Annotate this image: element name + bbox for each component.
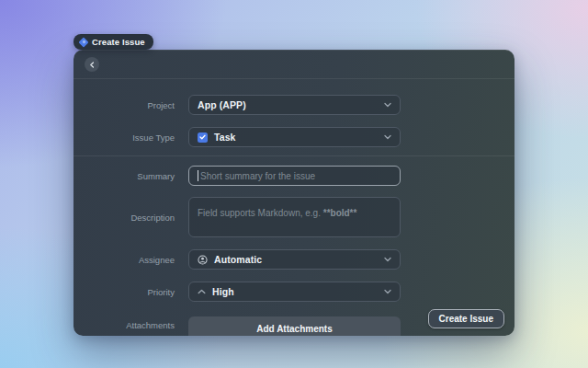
chevron-down-icon [384,134,391,140]
text-caret [198,170,198,181]
description-row: Description Field supports Markdown, e.g… [74,197,514,237]
chevron-down-icon [384,102,391,108]
summary-row: Summary Short summary for the issue [74,166,514,186]
chevron-down-icon [384,257,391,262]
dialog-header [74,50,514,79]
diamond-icon [80,39,87,46]
project-label: Project [74,100,175,110]
assignee-row: Assignee Automatic [74,249,514,270]
create-issue-tag[interactable]: Create Issue [74,34,153,50]
user-icon [198,255,208,265]
attachments-label: Attachments [74,316,175,330]
chevron-left-icon [89,62,96,68]
create-issue-tag-label: Create Issue [92,37,145,47]
issue-type-row: Issue Type Task [74,127,514,147]
description-textarea[interactable]: Field supports Markdown, e.g. **bold** [188,197,401,237]
assignee-value: Automatic [214,254,262,265]
project-value: App (APP) [198,99,246,110]
chevron-up-icon [198,289,206,294]
chevron-down-icon [384,289,391,294]
priority-value: High [212,286,234,297]
create-issue-button[interactable]: Create Issue [428,309,504,328]
summary-input[interactable]: Short summary for the issue [188,166,401,186]
section-divider [74,155,514,156]
summary-label: Summary [74,171,175,181]
task-checkbox-icon [198,132,208,143]
issue-type-label: Issue Type [74,132,175,143]
add-attachments-button[interactable]: Add Attachments [188,316,401,336]
assignee-label: Assignee [74,255,175,265]
priority-label: Priority [74,287,175,297]
assignee-select[interactable]: Automatic [188,249,401,270]
back-button[interactable] [85,57,99,72]
issue-type-value: Task [214,132,236,143]
project-select[interactable]: App (APP) [188,95,401,115]
issue-type-select[interactable]: Task [188,127,401,147]
project-row: Project App (APP) [74,95,514,115]
priority-select[interactable]: High [188,282,401,302]
priority-row: Priority High [74,282,514,302]
description-label: Description [74,213,175,223]
create-issue-dialog: Project App (APP) Issue Type Task [74,50,514,336]
description-placeholder: Field supports Markdown, e.g. **bold** [198,208,356,218]
summary-placeholder: Short summary for the issue [200,171,315,181]
